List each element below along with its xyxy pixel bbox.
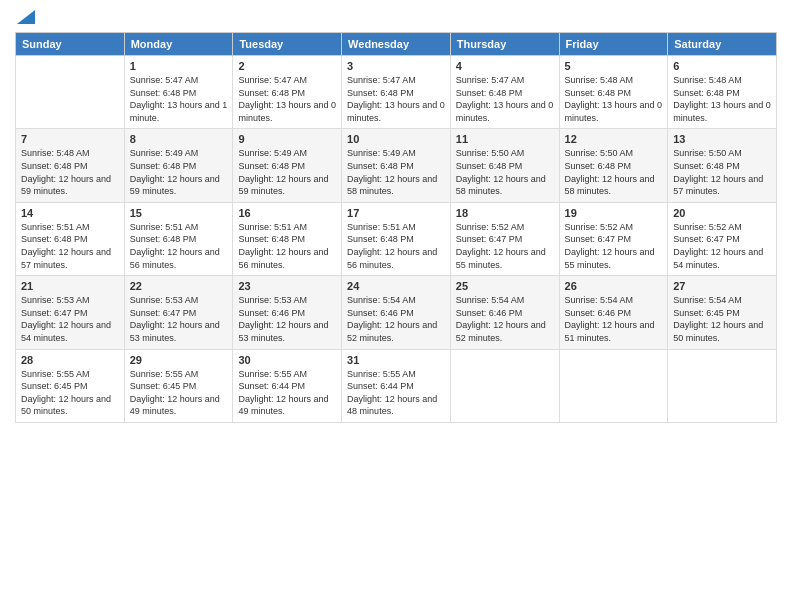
- calendar-cell: 14Sunrise: 5:51 AMSunset: 6:48 PMDayligh…: [16, 202, 125, 275]
- day-number: 7: [21, 133, 119, 145]
- calendar-cell: 12Sunrise: 5:50 AMSunset: 6:48 PMDayligh…: [559, 129, 668, 202]
- week-row-1: 1Sunrise: 5:47 AMSunset: 6:48 PMDaylight…: [16, 56, 777, 129]
- day-info: Sunrise: 5:47 AMSunset: 6:48 PMDaylight:…: [238, 74, 336, 124]
- calendar-cell: 28Sunrise: 5:55 AMSunset: 6:45 PMDayligh…: [16, 349, 125, 422]
- calendar-cell: 13Sunrise: 5:50 AMSunset: 6:48 PMDayligh…: [668, 129, 777, 202]
- day-info: Sunrise: 5:54 AMSunset: 6:46 PMDaylight:…: [347, 294, 445, 344]
- day-info: Sunrise: 5:51 AMSunset: 6:48 PMDaylight:…: [347, 221, 445, 271]
- day-number: 19: [565, 207, 663, 219]
- day-number: 28: [21, 354, 119, 366]
- day-info: Sunrise: 5:52 AMSunset: 6:47 PMDaylight:…: [456, 221, 554, 271]
- calendar-cell: 17Sunrise: 5:51 AMSunset: 6:48 PMDayligh…: [342, 202, 451, 275]
- calendar-cell: [450, 349, 559, 422]
- weekday-header-wednesday: Wednesday: [342, 33, 451, 56]
- day-number: 24: [347, 280, 445, 292]
- day-number: 5: [565, 60, 663, 72]
- day-number: 16: [238, 207, 336, 219]
- day-info: Sunrise: 5:48 AMSunset: 6:48 PMDaylight:…: [565, 74, 663, 124]
- calendar-cell: 2Sunrise: 5:47 AMSunset: 6:48 PMDaylight…: [233, 56, 342, 129]
- day-number: 1: [130, 60, 228, 72]
- day-number: 11: [456, 133, 554, 145]
- calendar-cell: 20Sunrise: 5:52 AMSunset: 6:47 PMDayligh…: [668, 202, 777, 275]
- day-number: 3: [347, 60, 445, 72]
- calendar-cell: 10Sunrise: 5:49 AMSunset: 6:48 PMDayligh…: [342, 129, 451, 202]
- calendar-cell: 1Sunrise: 5:47 AMSunset: 6:48 PMDaylight…: [124, 56, 233, 129]
- weekday-header-tuesday: Tuesday: [233, 33, 342, 56]
- day-number: 17: [347, 207, 445, 219]
- calendar-cell: 30Sunrise: 5:55 AMSunset: 6:44 PMDayligh…: [233, 349, 342, 422]
- calendar-cell: 15Sunrise: 5:51 AMSunset: 6:48 PMDayligh…: [124, 202, 233, 275]
- day-info: Sunrise: 5:49 AMSunset: 6:48 PMDaylight:…: [347, 147, 445, 197]
- calendar-cell: 22Sunrise: 5:53 AMSunset: 6:47 PMDayligh…: [124, 276, 233, 349]
- calendar-cell: 24Sunrise: 5:54 AMSunset: 6:46 PMDayligh…: [342, 276, 451, 349]
- logo-icon: [17, 10, 35, 24]
- day-number: 29: [130, 354, 228, 366]
- day-info: Sunrise: 5:50 AMSunset: 6:48 PMDaylight:…: [673, 147, 771, 197]
- day-info: Sunrise: 5:51 AMSunset: 6:48 PMDaylight:…: [130, 221, 228, 271]
- day-number: 10: [347, 133, 445, 145]
- day-number: 22: [130, 280, 228, 292]
- day-info: Sunrise: 5:49 AMSunset: 6:48 PMDaylight:…: [130, 147, 228, 197]
- day-info: Sunrise: 5:51 AMSunset: 6:48 PMDaylight:…: [238, 221, 336, 271]
- day-info: Sunrise: 5:54 AMSunset: 6:46 PMDaylight:…: [565, 294, 663, 344]
- calendar-cell: 29Sunrise: 5:55 AMSunset: 6:45 PMDayligh…: [124, 349, 233, 422]
- calendar-cell: 5Sunrise: 5:48 AMSunset: 6:48 PMDaylight…: [559, 56, 668, 129]
- day-info: Sunrise: 5:50 AMSunset: 6:48 PMDaylight:…: [565, 147, 663, 197]
- calendar-cell: 9Sunrise: 5:49 AMSunset: 6:48 PMDaylight…: [233, 129, 342, 202]
- calendar-cell: 25Sunrise: 5:54 AMSunset: 6:46 PMDayligh…: [450, 276, 559, 349]
- header: [15, 10, 777, 24]
- calendar-cell: 19Sunrise: 5:52 AMSunset: 6:47 PMDayligh…: [559, 202, 668, 275]
- calendar-cell: 6Sunrise: 5:48 AMSunset: 6:48 PMDaylight…: [668, 56, 777, 129]
- day-number: 15: [130, 207, 228, 219]
- weekday-header-saturday: Saturday: [668, 33, 777, 56]
- week-row-2: 7Sunrise: 5:48 AMSunset: 6:48 PMDaylight…: [16, 129, 777, 202]
- calendar-cell: 31Sunrise: 5:55 AMSunset: 6:44 PMDayligh…: [342, 349, 451, 422]
- weekday-header-monday: Monday: [124, 33, 233, 56]
- day-number: 25: [456, 280, 554, 292]
- day-number: 14: [21, 207, 119, 219]
- day-info: Sunrise: 5:48 AMSunset: 6:48 PMDaylight:…: [673, 74, 771, 124]
- calendar-cell: [16, 56, 125, 129]
- day-number: 23: [238, 280, 336, 292]
- calendar-cell: 23Sunrise: 5:53 AMSunset: 6:46 PMDayligh…: [233, 276, 342, 349]
- calendar-cell: 4Sunrise: 5:47 AMSunset: 6:48 PMDaylight…: [450, 56, 559, 129]
- calendar-cell: 8Sunrise: 5:49 AMSunset: 6:48 PMDaylight…: [124, 129, 233, 202]
- calendar-page: SundayMondayTuesdayWednesdayThursdayFrid…: [0, 0, 792, 612]
- day-number: 21: [21, 280, 119, 292]
- calendar-cell: [668, 349, 777, 422]
- day-number: 2: [238, 60, 336, 72]
- day-number: 20: [673, 207, 771, 219]
- logo: [15, 10, 35, 24]
- day-number: 18: [456, 207, 554, 219]
- weekday-header-friday: Friday: [559, 33, 668, 56]
- svg-marker-0: [17, 10, 35, 24]
- calendar-cell: 21Sunrise: 5:53 AMSunset: 6:47 PMDayligh…: [16, 276, 125, 349]
- day-info: Sunrise: 5:55 AMSunset: 6:45 PMDaylight:…: [130, 368, 228, 418]
- day-info: Sunrise: 5:48 AMSunset: 6:48 PMDaylight:…: [21, 147, 119, 197]
- day-info: Sunrise: 5:47 AMSunset: 6:48 PMDaylight:…: [456, 74, 554, 124]
- calendar-table: SundayMondayTuesdayWednesdayThursdayFrid…: [15, 32, 777, 423]
- day-info: Sunrise: 5:55 AMSunset: 6:45 PMDaylight:…: [21, 368, 119, 418]
- calendar-cell: [559, 349, 668, 422]
- calendar-cell: 18Sunrise: 5:52 AMSunset: 6:47 PMDayligh…: [450, 202, 559, 275]
- day-info: Sunrise: 5:54 AMSunset: 6:46 PMDaylight:…: [456, 294, 554, 344]
- calendar-cell: 7Sunrise: 5:48 AMSunset: 6:48 PMDaylight…: [16, 129, 125, 202]
- week-row-5: 28Sunrise: 5:55 AMSunset: 6:45 PMDayligh…: [16, 349, 777, 422]
- day-info: Sunrise: 5:51 AMSunset: 6:48 PMDaylight:…: [21, 221, 119, 271]
- day-info: Sunrise: 5:49 AMSunset: 6:48 PMDaylight:…: [238, 147, 336, 197]
- calendar-cell: 16Sunrise: 5:51 AMSunset: 6:48 PMDayligh…: [233, 202, 342, 275]
- day-info: Sunrise: 5:53 AMSunset: 6:47 PMDaylight:…: [21, 294, 119, 344]
- day-number: 4: [456, 60, 554, 72]
- day-number: 26: [565, 280, 663, 292]
- day-number: 13: [673, 133, 771, 145]
- day-number: 6: [673, 60, 771, 72]
- day-info: Sunrise: 5:47 AMSunset: 6:48 PMDaylight:…: [130, 74, 228, 124]
- day-info: Sunrise: 5:52 AMSunset: 6:47 PMDaylight:…: [565, 221, 663, 271]
- calendar-cell: 3Sunrise: 5:47 AMSunset: 6:48 PMDaylight…: [342, 56, 451, 129]
- day-info: Sunrise: 5:55 AMSunset: 6:44 PMDaylight:…: [238, 368, 336, 418]
- weekday-header-thursday: Thursday: [450, 33, 559, 56]
- day-number: 27: [673, 280, 771, 292]
- day-info: Sunrise: 5:53 AMSunset: 6:46 PMDaylight:…: [238, 294, 336, 344]
- day-number: 8: [130, 133, 228, 145]
- day-info: Sunrise: 5:54 AMSunset: 6:45 PMDaylight:…: [673, 294, 771, 344]
